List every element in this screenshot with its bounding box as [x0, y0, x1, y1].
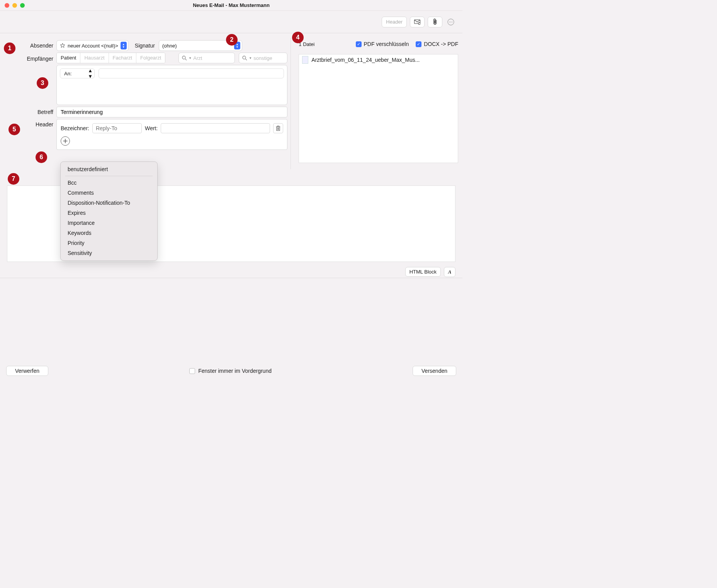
tab-patient[interactable]: Patient [57, 53, 80, 63]
to-input[interactable] [99, 68, 284, 78]
html-block-button[interactable]: HTML Block [405, 267, 441, 277]
svg-point-1 [418, 22, 420, 24]
stepper-icon: ▲▼ [121, 42, 127, 49]
tab-folgearzt[interactable]: Folgearzt [136, 53, 165, 63]
delete-header-button[interactable] [273, 123, 283, 133]
absender-value: neuer Account <(null)> [68, 43, 118, 49]
docx-to-pdf-label: DOCX -> PDF [424, 41, 458, 47]
form-area: Absender neuer Account <(null)> ▲▼ Signa… [0, 33, 462, 176]
footer: Verwerfen Fenster immer im Vordergrund V… [0, 362, 462, 380]
betreff-label: Betreff [0, 107, 53, 115]
attachment-panel: 1 Datei ✓ PDF verschlüsseln ✓ DOCX -> PD… [291, 38, 462, 169]
bezeichner-input[interactable] [92, 123, 142, 133]
envelope-unread-icon[interactable] [410, 17, 425, 27]
to-block: An: ▲▼ [56, 65, 287, 105]
menu-item-sensitivity[interactable]: Sensitivity [61, 248, 157, 258]
search-arzt-input[interactable] [193, 55, 220, 61]
file-icon [302, 56, 308, 64]
trash-icon [275, 125, 281, 131]
menu-item-expires[interactable]: Expires [61, 208, 157, 218]
signatur-value: (ohne) [162, 43, 177, 49]
attachment-filename: Arztbrief_vom_06_11_24_ueber_Max_Mus... [311, 57, 420, 63]
to-label: An: [64, 71, 72, 76]
titlebar: Neues E-Mail - Max Mustermann [0, 0, 462, 11]
svg-point-5 [452, 22, 453, 22]
pdf-encrypt-checkbox[interactable]: ✓ [356, 41, 362, 47]
header-block: Bezeichner: Wert: [56, 119, 287, 150]
annotation-2: 2 [226, 34, 238, 46]
menu-item-bcc[interactable]: Bcc [61, 178, 157, 188]
annotation-1: 1 [4, 42, 15, 54]
menu-divider [65, 176, 153, 176]
menu-item-benutzerdefiniert[interactable]: benutzerdefiniert [61, 164, 157, 174]
svg-point-4 [450, 22, 451, 22]
to-type-select[interactable]: An: ▲▼ [60, 68, 95, 78]
bezeichner-label: Bezeichner: [61, 125, 89, 131]
header-type-menu: benutzerdefiniert Bcc Comments Dispositi… [60, 161, 158, 261]
font-style-button[interactable]: A [444, 267, 455, 277]
search-arzt[interactable]: ▼ [178, 53, 235, 63]
plus-icon [63, 139, 68, 143]
svg-point-7 [243, 56, 246, 59]
always-on-top-checkbox[interactable] [189, 368, 195, 374]
always-on-top-label: Fenster immer im Vordergrund [198, 368, 272, 374]
menu-item-disposition[interactable]: Disposition-Notification-To [61, 198, 157, 208]
verwerfen-button[interactable]: Verwerfen [6, 366, 48, 376]
search-icon [182, 56, 187, 61]
menu-item-importance[interactable]: Importance [61, 218, 157, 228]
absender-select[interactable]: neuer Account <(null)> ▲▼ [56, 40, 129, 51]
pdf-encrypt-label: PDF verschlüsseln [364, 41, 409, 47]
svg-point-3 [449, 22, 450, 22]
menu-item-comments[interactable]: Comments [61, 188, 157, 198]
annotation-5: 5 [8, 124, 20, 135]
wert-input[interactable] [161, 123, 270, 133]
svg-point-6 [182, 56, 185, 59]
versenden-button[interactable]: Versenden [413, 366, 456, 376]
attachment-list[interactable]: Arztbrief_vom_06_11_24_ueber_Max_Mus... [299, 54, 458, 163]
attachment-icon[interactable] [428, 17, 442, 27]
attachment-item[interactable]: Arztbrief_vom_06_11_24_ueber_Max_Mus... [299, 54, 458, 65]
wert-label: Wert: [145, 125, 158, 131]
tab-facharzt[interactable]: Facharzt [109, 53, 137, 63]
header-label: Header [0, 119, 53, 127]
chevron-down-icon: ▼ [249, 56, 252, 60]
annotation-4: 4 [292, 32, 304, 43]
header-toggle-button[interactable]: Header [382, 17, 407, 27]
signatur-label: Signatur [135, 42, 155, 49]
search-icon [242, 56, 247, 61]
menu-item-priority[interactable]: Priority [61, 238, 157, 248]
stepper-icon: ▲▼ [88, 68, 93, 79]
window-title: Neues E-Mail - Max Mustermann [0, 2, 462, 8]
annotation-3: 3 [37, 77, 48, 89]
annotation-6: 6 [36, 151, 47, 163]
body-toolbar: HTML Block A [0, 266, 462, 278]
search-sonstige-input[interactable] [253, 55, 280, 61]
docx-to-pdf-checkbox[interactable]: ✓ [416, 41, 421, 47]
search-sonstige[interactable]: ▼ [239, 53, 287, 63]
add-header-button[interactable] [61, 136, 70, 146]
more-options-icon[interactable] [445, 17, 456, 27]
tab-hausarzt[interactable]: Hausarzt [80, 53, 109, 63]
star-icon [60, 43, 65, 48]
top-toolbar: Header [0, 11, 462, 33]
chevron-down-icon: ▼ [189, 56, 192, 60]
betreff-input[interactable] [56, 107, 287, 117]
annotation-7: 7 [8, 173, 19, 185]
menu-item-keywords[interactable]: Keywords [61, 228, 157, 238]
recipient-tabs: Patient Hausarzt Facharzt Folgearzt [56, 53, 165, 63]
